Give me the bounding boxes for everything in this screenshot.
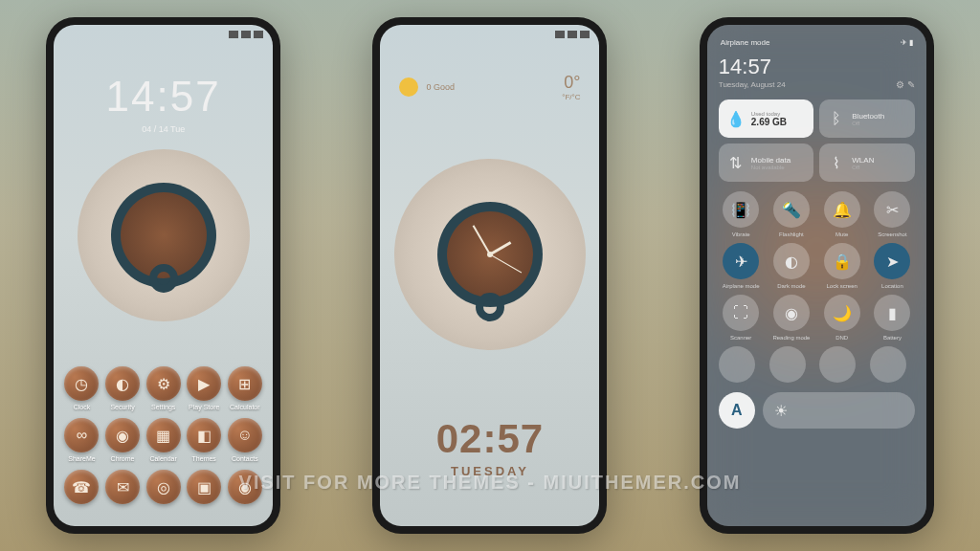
toggle-lock-screen[interactable]: 🔒 Lock screen	[819, 243, 864, 289]
toggle-icon-circle: 🔒	[824, 243, 860, 279]
toggle-label: Vibrate	[732, 231, 750, 237]
lock-day: TUESDAY	[380, 464, 599, 478]
wifi-icon: ⌇	[829, 155, 844, 170]
toggle-icon-circle: 🔦	[773, 191, 810, 228]
app-glyph-icon: ◎	[157, 478, 170, 496]
brightness-slider[interactable]: ☀	[763, 392, 915, 429]
app-glyph-icon: ▣	[197, 478, 212, 496]
app-play-store[interactable]: ▶ Play Store	[187, 366, 221, 410]
signal-icon	[555, 31, 565, 38]
app-chrome[interactable]: ◉ Chrome	[105, 418, 140, 462]
data-usage-tile[interactable]: 💧 Used today 2.69 GB	[719, 99, 814, 138]
bluetooth-tile[interactable]: ᛒ Bluetooth Off	[819, 99, 915, 138]
clock-time: 14:57	[54, 73, 273, 121]
toggle-airplane-mode[interactable]: ✈ Airplane mode	[719, 243, 764, 289]
toggle-label: Reading mode	[772, 335, 810, 341]
toggle-reading-mode[interactable]: ◉ Reading mode	[769, 295, 814, 341]
mobile-data-tile[interactable]: ⇅ Mobile data Not available	[719, 143, 814, 182]
app-label: Settings	[151, 404, 175, 410]
data-usage-value: 2.69 GB	[751, 117, 787, 127]
settings-icon[interactable]: ⚙ ✎	[896, 79, 915, 90]
app-dock[interactable]: ▣	[187, 470, 221, 504]
toggle-label: Airplane mode	[723, 283, 760, 289]
cc-time: 14:57	[719, 55, 915, 79]
app-dock[interactable]: ☎	[64, 470, 99, 504]
toggle-dark-mode[interactable]: ◐ Dark mode	[769, 243, 814, 289]
phone-mockup-controlcenter: Airplane mode ✈ ▮ 14:57 Tuesday, August …	[700, 17, 934, 534]
phone-mockup-home: 14:57 04 / 14 Tue ◷ Clock ◐ Security ⚙ S…	[46, 17, 280, 534]
app-label: Calculator	[230, 404, 260, 410]
battery-icon	[254, 31, 263, 38]
wifi-icon	[241, 31, 251, 38]
toggle-icon-circle: ✈	[723, 243, 759, 279]
extra-toggle-2[interactable]	[769, 346, 806, 383]
toggle-icon-circle: ➤	[874, 243, 910, 279]
app-shareme[interactable]: ∞ ShareMe	[64, 418, 99, 462]
extra-toggle-4[interactable]	[870, 346, 906, 383]
app-label: Security	[110, 404, 134, 410]
phone-mockup-lock: 0 Good 0° °F/°C 02:57 TUESDAY	[372, 17, 607, 534]
mobile-data-label: Mobile data	[751, 156, 791, 165]
toggle-location[interactable]: ➤ Location	[870, 243, 915, 289]
cc-header-label: Airplane mode	[721, 38, 770, 47]
control-center-screen: Airplane mode ✈ ▮ 14:57 Tuesday, August …	[707, 25, 926, 526]
minute-hand	[473, 225, 491, 254]
toggle-icon-circle: ⛶	[723, 295, 759, 331]
app-calculator[interactable]: ⊞ Calculator	[228, 366, 262, 410]
extra-toggle-3[interactable]	[819, 346, 856, 383]
app-dock[interactable]: ◉	[228, 470, 262, 504]
second-hand	[490, 254, 522, 274]
toggle-scanner[interactable]: ⛶ Scanner	[719, 295, 764, 341]
toggle-label: DND	[835, 335, 848, 341]
toggle-label: Flashlight	[779, 231, 804, 237]
signal-icon	[229, 31, 238, 38]
wifi-icon	[568, 31, 577, 38]
auto-brightness-button[interactable]: A	[719, 392, 755, 429]
toggle-vibrate[interactable]: 📳 Vibrate	[719, 191, 764, 237]
battery-indicator: ✈ ▮	[901, 38, 913, 47]
temperature: 0°	[562, 73, 580, 93]
wlan-tile[interactable]: ⌇ WLAN Off	[819, 143, 915, 182]
app-security[interactable]: ◐ Security	[105, 366, 140, 410]
app-glyph-icon: ◐	[116, 375, 129, 393]
status-bar	[380, 25, 599, 44]
app-glyph-icon: ✉	[117, 478, 129, 496]
clock-widget[interactable]: 14:57 04 / 14 Tue	[54, 44, 273, 143]
toggle-dnd[interactable]: 🌙 DND	[819, 295, 864, 341]
app-glyph-icon: ◷	[75, 375, 88, 393]
toggle-icon-circle: ✂	[874, 191, 910, 228]
toggle-icon-circle: ▮	[874, 295, 910, 331]
app-dock[interactable]: ✉	[105, 470, 140, 504]
weather-widget[interactable]: 0 Good 0° °F/°C	[380, 44, 599, 111]
app-glyph-icon: ☺	[237, 427, 253, 444]
bluetooth-status: Off	[852, 121, 884, 126]
toggle-mute[interactable]: 🔔 Mute	[819, 191, 864, 237]
wlan-label: WLAN	[852, 156, 874, 165]
air-quality: 0 Good	[426, 82, 455, 92]
lock-screen: 0 Good 0° °F/°C 02:57 TUESDAY	[380, 25, 599, 526]
extra-toggle-1[interactable]	[719, 346, 755, 383]
home-screen: 14:57 04 / 14 Tue ◷ Clock ◐ Security ⚙ S…	[54, 25, 273, 526]
bluetooth-icon: ᛒ	[829, 111, 844, 126]
toggle-label: Scanner	[730, 335, 751, 341]
toggle-label: Location	[881, 283, 903, 289]
app-label: Clock	[74, 404, 91, 410]
toggle-icon-circle: 🔔	[824, 191, 860, 228]
app-themes[interactable]: ◧ Themes	[187, 418, 221, 462]
app-calendar[interactable]: ▦ Calendar	[146, 418, 181, 462]
cc-date: Tuesday, August 24	[719, 80, 786, 89]
toggle-flashlight[interactable]: 🔦 Flashlight	[769, 191, 814, 237]
app-label: Contacts	[232, 455, 258, 462]
clock-date: 04 / 14 Tue	[54, 124, 273, 134]
battery-icon	[580, 31, 590, 38]
toggle-battery[interactable]: ▮ Battery	[870, 295, 915, 341]
toggle-screenshot[interactable]: ✂ Screenshot	[870, 191, 915, 237]
app-dock[interactable]: ◎	[146, 470, 181, 504]
app-glyph-icon: ∞	[77, 427, 87, 444]
bluetooth-label: Bluetooth	[852, 112, 884, 121]
lock-time: 02:57	[380, 416, 599, 462]
app-settings[interactable]: ⚙ Settings	[146, 366, 181, 410]
app-contacts[interactable]: ☺ Contacts	[228, 418, 262, 462]
app-clock[interactable]: ◷ Clock	[64, 366, 99, 410]
app-glyph-icon: ◉	[116, 427, 129, 445]
